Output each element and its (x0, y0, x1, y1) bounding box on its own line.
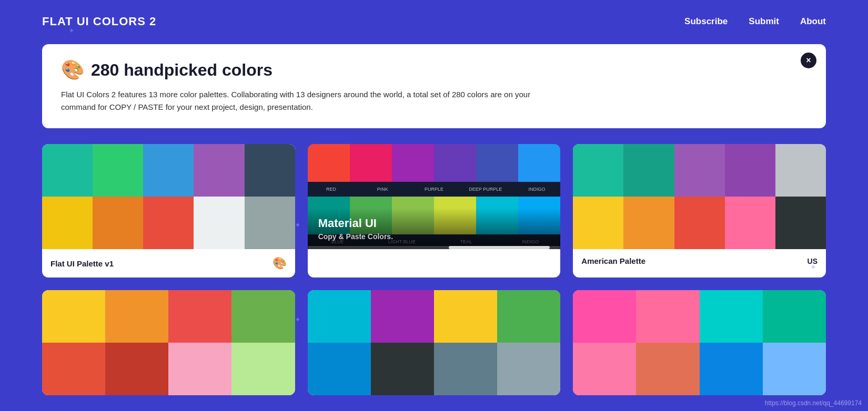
r2a-c4 (231, 290, 295, 343)
r2a-c6 (105, 343, 168, 395)
card-image-bottom-1 (42, 290, 295, 395)
logo: FLAT UI COLORS 2 (42, 15, 156, 28)
color-clouds (194, 197, 244, 249)
nav-subscribe[interactable]: Subscribe (684, 16, 728, 27)
color-concrete (245, 197, 295, 249)
palette-row2c-colors (573, 290, 826, 395)
r2c-c7 (700, 343, 763, 395)
card-american[interactable]: American Palette US (573, 144, 826, 278)
palette-icon-flat-ui-v1: 🎨 (272, 256, 287, 270)
r2b-c3 (434, 290, 497, 343)
m-purple (392, 144, 434, 182)
m-blue (518, 144, 560, 182)
am-color-9 (725, 197, 775, 249)
material-ui-title: Material UI (318, 217, 550, 230)
r2b-c4 (497, 290, 560, 343)
card-image-american (573, 144, 826, 249)
banner-title-text: 280 handpicked colors (91, 60, 272, 80)
r2c-c3 (700, 290, 763, 343)
am-color-10 (775, 197, 826, 249)
r2a-c1 (42, 290, 105, 343)
am-color-1 (573, 144, 623, 197)
palette-cards-grid: Flat UI Palette v1 🎨 RED (0, 144, 868, 411)
american-palette-colors (573, 144, 826, 249)
material-ui-colors-container: RED PINK PURPLE DEEP PURPLE INDIGO (308, 144, 561, 249)
color-sunflower (42, 197, 93, 249)
nav-submit[interactable]: Submit (749, 16, 779, 27)
header: FLAT UI COLORS 2 Subscribe Submit About (0, 0, 868, 39)
card-footer-american: American Palette US (573, 249, 826, 273)
card-bottom-1[interactable] (42, 290, 295, 395)
material-scrollbar (308, 246, 561, 249)
color-alizarin (143, 197, 194, 249)
am-color-4 (725, 144, 775, 197)
r2b-c8 (497, 343, 560, 395)
r2c-c8 (763, 343, 826, 395)
r2a-c5 (42, 343, 105, 395)
r2c-c4 (763, 290, 826, 343)
palette-row2b-colors (308, 290, 561, 395)
r2c-c1 (573, 290, 636, 343)
color-peter-river (143, 144, 194, 197)
am-color-5 (775, 144, 826, 197)
r2a-c8 (231, 343, 295, 395)
card-image-flat-ui-v1 (42, 144, 295, 249)
label-deep-purple: DEEP PURPLE (462, 187, 509, 192)
label-red: RED (308, 187, 355, 192)
navigation: Subscribe Submit About (684, 16, 826, 27)
r2b-c5 (308, 343, 371, 395)
banner-title: 🎨 280 handpicked colors (61, 59, 807, 81)
m-deep-purple (434, 144, 476, 182)
am-color-8 (674, 197, 725, 249)
color-turquoise (42, 144, 93, 197)
r2c-c2 (636, 290, 699, 343)
am-color-2 (623, 144, 674, 197)
am-color-6 (573, 197, 623, 249)
logo-text: FLAT UI COLORS 2 (42, 15, 156, 28)
material-row-1 (308, 144, 561, 182)
r2a-c3 (168, 290, 231, 343)
card-material-ui[interactable]: RED PINK PURPLE DEEP PURPLE INDIGO (308, 144, 561, 278)
material-scrollbar-thumb (449, 246, 550, 249)
am-color-7 (623, 197, 674, 249)
r2b-c1 (308, 290, 371, 343)
card-image-bottom-2 (308, 290, 561, 395)
color-emerald (93, 144, 143, 197)
banner-close-button[interactable]: × (801, 53, 816, 68)
r2b-c6 (371, 343, 434, 395)
label-purple: PURPLE (410, 187, 458, 192)
color-carrot (93, 197, 143, 249)
r2c-c5 (573, 343, 636, 395)
r2a-c7 (168, 343, 231, 395)
card-badge-american: US (808, 257, 817, 265)
r2b-c7 (434, 343, 497, 395)
card-image-bottom-3 (573, 290, 826, 395)
banner-emoji: 🎨 (61, 59, 85, 81)
card-title-american: American Palette (581, 256, 645, 265)
banner-description: Flat UI Colors 2 features 13 more color … (61, 88, 534, 114)
card-title-flat-ui-v1: Flat UI Palette v1 (51, 259, 114, 268)
color-wet-asphalt (245, 144, 295, 197)
label-pink: PINK (359, 187, 406, 192)
announcement-banner: × 🎨 280 handpicked colors Flat UI Colors… (42, 44, 826, 128)
m-pink (350, 144, 392, 182)
r2c-c6 (636, 343, 699, 395)
m-indigo (476, 144, 518, 182)
material-ui-overlay: Material UI Copy & Paste Colors. (308, 208, 561, 249)
color-amethyst (194, 144, 244, 197)
material-labels-1: RED PINK PURPLE DEEP PURPLE INDIGO (308, 182, 561, 197)
palette-v1-colors (42, 144, 295, 249)
card-bottom-2[interactable] (308, 290, 561, 395)
am-color-3 (674, 144, 725, 197)
card-image-material-ui: RED PINK PURPLE DEEP PURPLE INDIGO (308, 144, 561, 249)
material-ui-subtitle: Copy & Paste Colors. (318, 232, 550, 241)
nav-about[interactable]: About (800, 16, 826, 27)
m-red (308, 144, 350, 182)
label-indigo: INDIGO (513, 187, 561, 192)
palette-row2a-colors (42, 290, 295, 395)
r2b-c2 (371, 290, 434, 343)
card-footer-flat-ui-v1: Flat UI Palette v1 🎨 (42, 249, 295, 278)
card-bottom-3[interactable] (573, 290, 826, 395)
card-flat-ui-v1[interactable]: Flat UI Palette v1 🎨 (42, 144, 295, 278)
r2a-c2 (105, 290, 168, 343)
